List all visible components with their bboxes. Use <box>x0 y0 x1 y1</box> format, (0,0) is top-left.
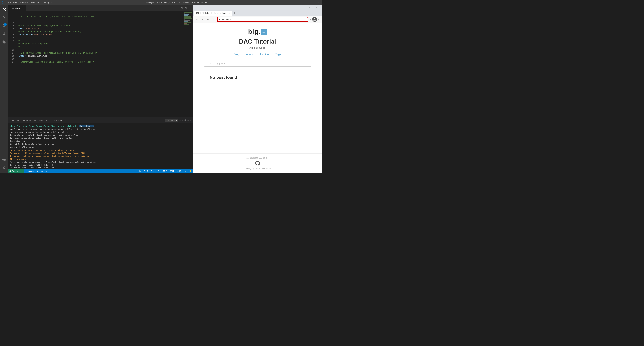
terminal-panel: PROBLEMS OUTPUT DEBUG CONSOLE TERMINAL 1… <box>8 117 193 169</box>
back-button[interactable]: ← <box>194 17 199 22</box>
minimize-button[interactable]: ─ <box>299 0 306 5</box>
tab-label: _config.yml <box>11 7 22 9</box>
activity-remote[interactable] <box>0 156 8 164</box>
more-actions-button[interactable]: ··· <box>188 6 192 10</box>
status-errors[interactable]: ⊘ 0 ⚠ 0 <box>40 169 50 173</box>
blog-logo-icon <box>261 29 267 35</box>
tab-output[interactable]: OUTPUT <box>22 119 32 122</box>
activity-debug[interactable] <box>0 30 8 38</box>
refresh-button[interactable]: ↺ <box>206 17 210 22</box>
menu-file[interactable]: File <box>6 1 12 4</box>
bookmark-button[interactable]: ☆ <box>309 18 311 21</box>
nav-about[interactable]: About <box>246 53 253 56</box>
status-language[interactable]: YAML <box>176 170 183 172</box>
menu-edit[interactable]: Edit <box>12 1 18 4</box>
tab-warning-icon: ! <box>10 7 10 9</box>
menu-view[interactable]: View <box>29 1 36 4</box>
browser-tab-close[interactable]: ✕ <box>228 12 230 14</box>
status-remote[interactable]: ⇄ WSL: Ubuntu <box>8 169 24 173</box>
browser-more-button[interactable]: ⋯ <box>318 18 321 21</box>
home-button[interactable]: ⌂ <box>212 17 216 22</box>
terminal-tabs-bar: PROBLEMS OUTPUT DEBUG CONSOLE TERMINAL 1… <box>8 117 193 123</box>
search-placeholder-text: search blog posts... <box>206 62 227 65</box>
code-line-13 <box>18 49 181 52</box>
tab-terminal[interactable]: TERMINAL <box>52 119 65 122</box>
terminal-line-4: Incremental build: disabled. Enable with… <box>10 137 191 140</box>
status-encoding[interactable]: UTF-8 <box>160 170 168 172</box>
tab-config-yml[interactable]: ! _config.yml ✕ <box>8 5 26 11</box>
status-feedback[interactable]: ☺ <box>183 170 188 172</box>
browser-close-button[interactable]: ✕ <box>313 5 321 10</box>
close-terminal-button[interactable]: ✕ <box>190 119 192 122</box>
forward-button[interactable]: → <box>200 17 205 22</box>
terminal-line-9: Please see: https://github.com/Microsoft… <box>10 152 191 155</box>
browser-title-bar: ─ □ ✕ <box>193 5 322 10</box>
github-icon[interactable] <box>255 161 260 166</box>
browser-maximize-button[interactable]: □ <box>305 5 313 10</box>
activity-extensions[interactable] <box>0 38 8 46</box>
blog-logo-text: bl <box>248 28 254 36</box>
maximize-terminal-button[interactable]: ∧ <box>187 119 189 122</box>
activity-bottom <box>0 156 8 173</box>
code-line-10: # <box>18 40 181 43</box>
terminal-line-3: Destination: /mnt/d/DevOps/Repos/dac-tut… <box>10 134 191 137</box>
feedback-icon: ☺ <box>185 170 186 172</box>
delete-terminal-button[interactable]: 🗑 <box>184 119 186 122</box>
status-wsl-label: WSL: Ubuntu <box>12 170 22 172</box>
code-line-11: # Flags below are optional <box>18 43 181 46</box>
split-terminal-button[interactable]: ⊡ <box>182 119 184 122</box>
address-bar[interactable]: localhost:4000 <box>217 17 308 22</box>
tab-close-button[interactable]: ✕ <box>22 7 24 10</box>
status-position[interactable]: Ln 1, Col 1 <box>138 170 150 172</box>
editor-layout-button[interactable]: ⊞ <box>184 6 188 10</box>
activity-source-control[interactable]: 31 <box>0 22 8 30</box>
browser-tab-title: DAC-Tutorial – Docs as Code! <box>200 12 227 14</box>
status-branch[interactable]: ⎇ master* <box>24 169 36 173</box>
menu-debug[interactable]: Debug <box>42 1 50 4</box>
terminal-command: jekyll serve <box>80 125 94 127</box>
menu-go[interactable]: Go <box>36 1 42 4</box>
tab-debug-console[interactable]: DEBUG CONSOLE <box>32 119 52 122</box>
browser-minimize-button[interactable]: ─ <box>298 5 305 10</box>
code-line-5: # Name of your site (displayed in the he… <box>18 24 181 27</box>
source-control-badge: 31 <box>4 23 7 26</box>
browser-tab-bar: D DAC-Tutorial – Docs as Code! ✕ + <box>193 10 322 16</box>
tab-problems[interactable]: PROBLEMS <box>8 119 22 122</box>
profile-button[interactable] <box>312 17 317 22</box>
code-line-14: # URL of your avatar or profile pic (you… <box>18 52 181 55</box>
maximize-button[interactable]: □ <box>306 0 314 5</box>
menu-more[interactable]: ··· <box>50 1 54 4</box>
footer-copyright: Copyright (c) 2020 dac-tutorial <box>196 167 319 170</box>
nav-tags[interactable]: Tags <box>276 53 281 56</box>
terminal-body[interactable]: ubuntu@YZY-DELL:/mnt/d/DevOps/Repos/dac-… <box>8 123 193 169</box>
search-box[interactable]: search blog posts... <box>204 60 311 67</box>
window-title: _config.yml - dac-tutorial.github.io [WS… <box>54 1 299 4</box>
status-indentation[interactable]: Spaces: 2 <box>150 170 160 172</box>
status-encoding-label: UTF-8 <box>162 170 167 172</box>
status-sync[interactable]: ⟳ <box>36 169 40 173</box>
editor-tabs: ! _config.yml ✕ ⊡ ⊞ ··· <box>8 5 193 11</box>
terminal-line-1: Configuration file: /mnt/d/DevOps/Repos/… <box>10 128 191 131</box>
bell-icon: 🔔 <box>189 170 192 172</box>
editor-panel: ! _config.yml ✕ ⊡ ⊞ ··· 12345 678910 111… <box>8 5 193 173</box>
nav-archive[interactable]: Archive <box>260 53 269 56</box>
status-warnings-label: 0 <box>48 170 48 172</box>
status-line-ending[interactable]: CRLF <box>168 170 176 172</box>
shell-selector[interactable]: 1: ruby2.5 <box>165 119 178 122</box>
status-bell[interactable]: 🔔 <box>188 170 193 172</box>
split-editor-button[interactable]: ⊡ <box>180 6 184 10</box>
nav-blog[interactable]: Blog <box>234 53 239 56</box>
activity-settings[interactable] <box>0 164 8 172</box>
blog-logo-dot: g. <box>254 28 260 36</box>
new-tab-button[interactable]: + <box>232 11 237 16</box>
status-language-label: YAML <box>177 170 182 172</box>
code-line-1: # <box>18 12 181 15</box>
close-button[interactable]: ✕ <box>314 0 322 5</box>
activity-search[interactable] <box>0 14 8 22</box>
activity-explorer[interactable] <box>0 6 8 14</box>
error-icon: ⊘ <box>41 170 43 172</box>
menu-selection[interactable]: Selection <box>18 1 29 4</box>
new-terminal-button[interactable]: + <box>180 119 181 122</box>
code-editor[interactable]: # # This file contains configuration fla… <box>16 11 183 117</box>
browser-active-tab[interactable]: D DAC-Tutorial – Docs as Code! ✕ <box>194 11 232 16</box>
